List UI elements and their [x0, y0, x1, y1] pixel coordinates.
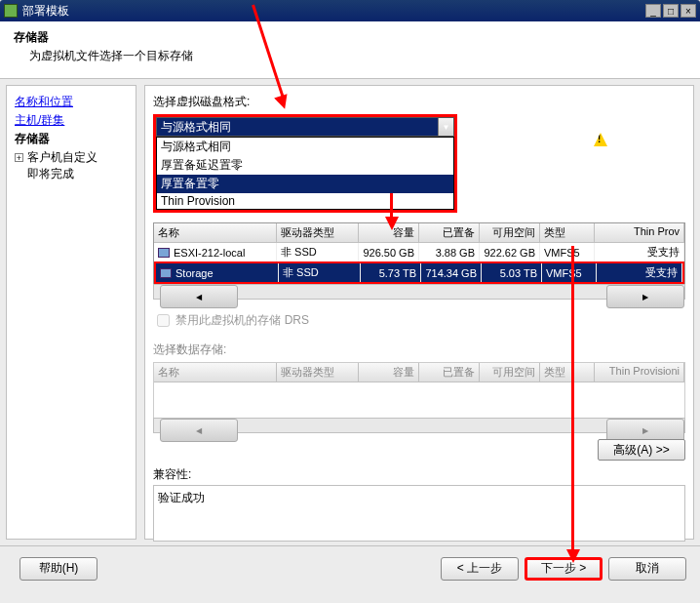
table-row[interactable]: ESXI-212-local 非 SSD 926.50 GB 3.88 GB 9… — [154, 243, 684, 261]
window-titlebar: 部署模板 _ □ × — [0, 0, 700, 21]
sidebar-item-name-location[interactable]: 名称和位置 — [15, 94, 128, 110]
format-option-same[interactable]: 与源格式相同 — [157, 138, 453, 156]
main-panel: 选择虚拟磁盘格式: 与源格式相同 ▼ 与源格式相同 厚置备延迟置零 厚置备置零 … — [144, 85, 694, 540]
compatibility-result-box: 验证成功 — [153, 485, 685, 542]
format-option-thin[interactable]: Thin Provision — [157, 193, 453, 209]
table-header-row: 名称 驱动器类型 容量 已置备 可用空间 类型 Thin Prov — [154, 223, 684, 243]
col-provisioned[interactable]: 已置备 — [419, 223, 480, 243]
compatibility-label: 兼容性: — [153, 466, 685, 483]
datastore-table: 名称 驱动器类型 容量 已置备 可用空间 类型 Thin Prov ESXI-2… — [153, 222, 685, 285]
minimize-button[interactable]: _ — [645, 4, 661, 18]
next-button[interactable]: 下一步 > — [525, 557, 603, 581]
page-title: 存储器 — [14, 29, 686, 46]
disk-format-select[interactable]: 与源格式相同 ▼ — [156, 117, 454, 137]
wizard-steps-sidebar: 名称和位置 主机/群集 存储器 +客户机自定义 即将完成 — [6, 85, 136, 540]
scroll-left-icon: ◀ — [160, 419, 238, 442]
col-thinprov[interactable]: Thin Prov — [595, 223, 684, 243]
sidebar-item-host-cluster[interactable]: 主机/群集 — [15, 112, 128, 129]
datastore-icon — [160, 268, 172, 278]
page-subtitle: 为虚拟机文件选择一个目标存储 — [29, 48, 686, 64]
cancel-button[interactable]: 取消 — [608, 557, 686, 581]
expand-icon[interactable]: + — [15, 153, 23, 162]
disk-format-label: 选择虚拟磁盘格式: — [153, 94, 685, 110]
sidebar-item-storage: 存储器 — [15, 131, 128, 147]
sidebar-item-ready-complete: 即将完成 — [27, 166, 128, 182]
datastore-subtable: 名称 驱动器类型 容量 已置备 可用空间 类型 Thin Provisioni — [153, 362, 685, 419]
wizard-footer: 帮助(H) < 上一步 下一步 > 取消 — [0, 545, 700, 590]
scroll-right-icon[interactable]: ▶ — [606, 285, 684, 308]
advanced-button[interactable]: 高级(A) >> — [598, 439, 685, 461]
app-icon — [4, 4, 18, 18]
horizontal-scrollbar: ◀ ▶ — [153, 418, 685, 433]
col-name[interactable]: 名称 — [154, 223, 277, 243]
close-button[interactable]: × — [681, 4, 696, 18]
col-free[interactable]: 可用空间 — [480, 223, 540, 243]
maximize-button[interactable]: □ — [663, 4, 679, 18]
format-option-thick-eager[interactable]: 厚置备置零 — [157, 175, 453, 193]
disk-format-combo-highlight: 与源格式相同 ▼ 与源格式相同 厚置备延迟置零 厚置备置零 Thin Provi… — [153, 114, 457, 213]
select-datastore-label: 选择数据存储: — [153, 342, 685, 358]
warning-icon — [594, 133, 607, 146]
sidebar-item-guest-customization[interactable]: +客户机自定义 — [15, 149, 128, 166]
scroll-left-icon[interactable]: ◀ — [160, 285, 238, 308]
window-title: 部署模板 — [22, 3, 69, 20]
col-capacity[interactable]: 容量 — [359, 223, 419, 243]
disable-storage-drs-checkbox — [157, 314, 170, 327]
horizontal-scrollbar[interactable]: ◀ ▶ — [153, 284, 685, 300]
col-drivetype[interactable]: 驱动器类型 — [277, 223, 359, 243]
disable-storage-drs-label: 禁用此虚拟机的存储 DRS — [175, 313, 309, 327]
help-button[interactable]: 帮助(H) — [19, 557, 97, 581]
col-type[interactable]: 类型 — [540, 223, 595, 243]
disk-format-dropdown-list: 与源格式相同 厚置备延迟置零 厚置备置零 Thin Provision — [156, 137, 454, 210]
subtable-header-row: 名称 驱动器类型 容量 已置备 可用空间 类型 Thin Provisioni — [154, 363, 684, 382]
format-option-thick-lazy[interactable]: 厚置备延迟置零 — [157, 156, 453, 175]
dropdown-arrow-icon[interactable]: ▼ — [438, 118, 453, 136]
back-button[interactable]: < 上一步 — [441, 557, 519, 581]
datastore-icon — [158, 248, 170, 258]
table-row-selected[interactable]: Storage 非 SSD 5.73 TB 714.34 GB 5.03 TB … — [154, 261, 684, 284]
wizard-header: 存储器 为虚拟机文件选择一个目标存储 — [0, 21, 700, 79]
